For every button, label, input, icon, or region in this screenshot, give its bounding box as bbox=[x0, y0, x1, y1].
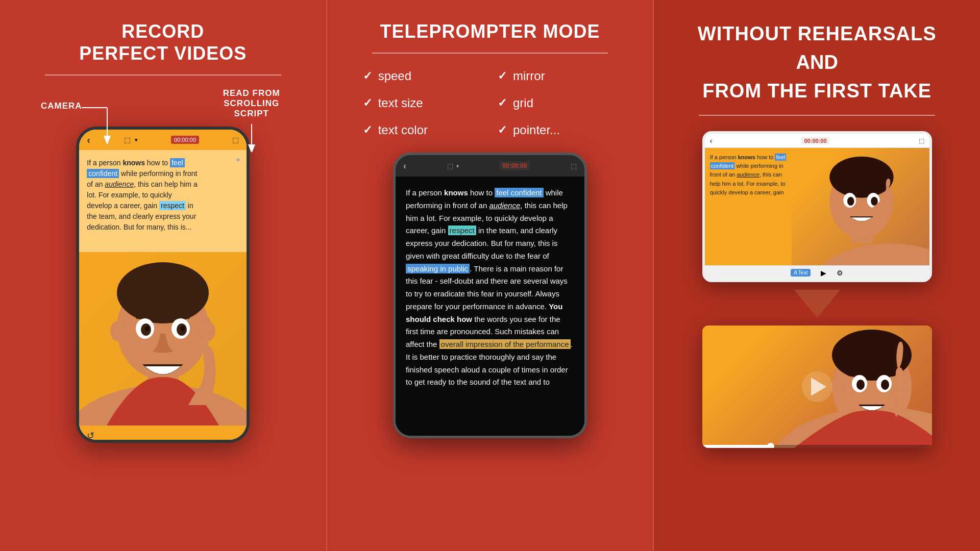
video-progress-fill[interactable] bbox=[702, 445, 771, 448]
flip-icon[interactable]: ⬚ bbox=[232, 136, 239, 144]
center-back-btn[interactable]: ‹ bbox=[403, 161, 406, 171]
left-phone-mockup: ‹ ⬚ ▾ 00:00:00 ⬚ ✦ If a person knows how… bbox=[76, 127, 250, 443]
feature-grid-label: grid bbox=[513, 96, 533, 110]
center-timer: 00:00:00 bbox=[499, 161, 530, 170]
check-icon-speed: ✓ bbox=[363, 69, 372, 83]
phone-bottom-bar-left: ↺ bbox=[79, 425, 247, 443]
tablet-timer: 00:00:00 bbox=[801, 137, 829, 144]
tablet-camera-view bbox=[792, 148, 929, 265]
svg-point-25 bbox=[847, 197, 854, 206]
tablet-teleprompter: If a person knows how to feel confident … bbox=[705, 148, 792, 265]
check-icon-grid: ✓ bbox=[498, 96, 507, 110]
svg-point-8 bbox=[117, 262, 209, 323]
phone-teleprompter-left: ✦ If a person knows how to feel confiden… bbox=[79, 150, 247, 252]
feature-mirror: ✓ mirror bbox=[498, 69, 617, 83]
svg-marker-2 bbox=[104, 136, 111, 145]
feature-textsize: ✓ text size bbox=[363, 96, 482, 110]
camera-arrow bbox=[82, 105, 117, 146]
feature-textcolor: ✓ text color bbox=[363, 123, 482, 137]
features-col-right: ✓ mirror ✓ grid ✓ pointer... bbox=[498, 69, 617, 137]
camera-annotation: CAMERA bbox=[41, 101, 82, 111]
check-icon-textsize: ✓ bbox=[363, 96, 372, 110]
pin-icon[interactable]: ✦ bbox=[235, 154, 241, 166]
center-phone-statusbar: ‹ ⬚ ▾ 00:00:00 ⬚ bbox=[396, 155, 584, 177]
svg-point-15 bbox=[145, 326, 149, 331]
left-content-area: CAMERA READ FROM SCROLLING SCRIPT ‹ bbox=[15, 86, 311, 536]
tablet-flip[interactable]: ⬚ bbox=[919, 137, 924, 144]
right-title-norehearsals: WITHOUT REHEARSALS bbox=[698, 20, 937, 47]
center-flip-icon[interactable]: ⬚ bbox=[571, 162, 577, 170]
svg-point-9 bbox=[110, 321, 127, 341]
feature-mirror-label: mirror bbox=[513, 69, 545, 83]
svg-point-35 bbox=[856, 380, 865, 390]
center-panel: TELEPROMPTER MODE ✓ speed ✓ text size ✓ … bbox=[327, 0, 654, 551]
feature-grid: ✓ grid bbox=[498, 96, 617, 110]
right-panel: WITHOUT REHEARSALS AND FROM THE FIRST TA… bbox=[654, 0, 980, 551]
tablet-back-btn[interactable]: ‹ bbox=[710, 137, 713, 145]
svg-marker-4 bbox=[248, 144, 255, 152]
dropdown-icon: ▾ bbox=[135, 137, 138, 143]
feature-speed: ✓ speed bbox=[363, 69, 482, 83]
center-camera-icon: ⬚ bbox=[447, 162, 453, 170]
tablet-play-btn[interactable]: ▶ bbox=[821, 269, 826, 277]
left-panel-title: RECORD PERFECT VIDEOS bbox=[79, 20, 247, 64]
tablet-text-btn[interactable]: A Text bbox=[791, 269, 811, 277]
right-content: ‹ 00:00:00 ⬚ If a person knows how to fe… bbox=[669, 131, 965, 448]
svg-point-17 bbox=[811, 244, 929, 266]
svg-point-36 bbox=[881, 380, 889, 390]
svg-point-16 bbox=[181, 326, 185, 331]
tablet-bottom-bar: A Text ▶ ⚙ bbox=[705, 265, 929, 280]
center-panel-title: TELEPROMPTER MODE bbox=[380, 20, 600, 42]
refresh-icon[interactable]: ↺ bbox=[87, 430, 94, 441]
person-illustration bbox=[79, 252, 247, 425]
tablet-gear-icon[interactable]: ⚙ bbox=[837, 269, 843, 277]
video-progress-scrubber[interactable] bbox=[767, 443, 774, 448]
feature-speed-label: speed bbox=[378, 69, 411, 83]
script-arrow bbox=[244, 124, 259, 152]
features-list: ✓ speed ✓ text size ✓ text color ✓ mirro… bbox=[342, 69, 638, 137]
tablet-person bbox=[792, 148, 929, 265]
svg-point-20 bbox=[829, 157, 893, 198]
tablet-body: If a person knows how to feel confident … bbox=[705, 148, 929, 265]
play-triangle-icon bbox=[811, 378, 826, 396]
feature-textcolor-label: text color bbox=[378, 123, 428, 137]
script-annotation: READ FROM SCROLLING SCRIPT bbox=[223, 88, 280, 119]
left-divider bbox=[45, 74, 281, 76]
camera-icon: ⬚ bbox=[124, 136, 131, 144]
video-player bbox=[702, 325, 932, 448]
tablet-top-bar: ‹ 00:00:00 ⬚ bbox=[705, 134, 929, 148]
timer-display: 00:00:00 bbox=[171, 136, 199, 144]
feature-textsize-label: text size bbox=[378, 96, 423, 110]
phone-camera-view-left bbox=[79, 252, 247, 425]
check-icon-pointer: ✓ bbox=[498, 123, 507, 137]
feature-pointer: ✓ pointer... bbox=[498, 123, 617, 137]
tablet-mockup: ‹ 00:00:00 ⬚ If a person knows how to fe… bbox=[702, 131, 932, 282]
center-phone-mockup: ‹ ⬚ ▾ 00:00:00 ⬚ If a person knows how t… bbox=[393, 153, 587, 438]
feature-pointer-label: pointer... bbox=[513, 123, 560, 137]
check-icon-mirror: ✓ bbox=[498, 69, 507, 83]
center-dropdown: ▾ bbox=[456, 163, 459, 169]
right-title-and: AND bbox=[796, 52, 838, 73]
play-button[interactable] bbox=[802, 371, 832, 402]
down-arrow-decoration bbox=[794, 290, 840, 318]
play-button-circle[interactable] bbox=[802, 371, 832, 402]
left-panel: RECORD PERFECT VIDEOS CAMERA READ FROM S… bbox=[0, 0, 327, 551]
video-progress-bar-container bbox=[702, 445, 932, 448]
center-divider bbox=[372, 53, 608, 54]
features-col-left: ✓ speed ✓ text size ✓ text color bbox=[363, 69, 482, 137]
right-title-firsttake: FROM THE FIRST TAKE bbox=[702, 78, 932, 105]
center-teleprompter-text: If a person knows how to feel confident … bbox=[396, 177, 584, 436]
check-icon-textcolor: ✓ bbox=[363, 123, 372, 137]
right-divider bbox=[699, 115, 935, 116]
